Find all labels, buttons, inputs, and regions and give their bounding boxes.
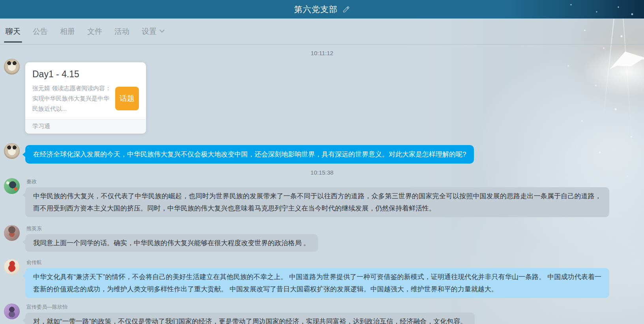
- message-bubble: 中华民族的伟大复兴，不仅代表了中华民族的崛起，也同时为世界民族的发展带来了一条不…: [25, 187, 609, 217]
- tab-settings-label: 设置: [142, 26, 157, 37]
- message-bubble-highlight: 中华文化具有“兼济天下”的情怀，不会将自己的美好生活建立在其他民族的不幸之上。 …: [25, 268, 609, 298]
- tab-activities-label: 活动: [114, 26, 129, 37]
- topic-card-source: 学习通: [25, 119, 146, 134]
- message-bubble: 对，就如“一带一路”的政策，不仅仅是带动了我们国家的经济，更是带动了周边国家的经…: [25, 313, 475, 324]
- chevron-down-icon: [159, 28, 165, 33]
- message-row: 俞传航 中华文化具有“兼济天下”的情怀，不会将自己的美好生活建立在其他民族的不幸…: [4, 259, 640, 298]
- avatar-panda[interactable]: [4, 143, 20, 159]
- tab-settings[interactable]: 设置: [142, 19, 164, 44]
- message-row: 熊英东 我同意上面一个同学的话。确实，中华民族的伟大复兴能够在很大程度改变世界的…: [4, 225, 640, 252]
- message-topic-card-row: Day1 - 4.15 张元婧 领读志愿者阅读内容： 实现中华民族伟大复兴是中华…: [4, 59, 640, 134]
- sender-name: 宣传委员—陈欣怡: [26, 304, 609, 311]
- topic-button[interactable]: 话题: [115, 87, 139, 110]
- tab-announcements-label: 公告: [33, 26, 48, 37]
- tab-files[interactable]: 文件: [87, 19, 102, 44]
- group-tabbar: 聊天 公告 相册 文件 活动 设置: [0, 19, 644, 45]
- tab-activities[interactable]: 活动: [114, 19, 129, 44]
- message-bubble: 我同意上面一个同学的话。确实，中华民族的伟大复兴能够在很大程度改变世界的政治格局…: [25, 234, 318, 252]
- tab-files-label: 文件: [87, 26, 102, 37]
- avatar-panda[interactable]: [4, 59, 20, 74]
- topic-card-title: Day1 - 4.15: [32, 69, 139, 80]
- avatar-xiongyingdong[interactable]: [4, 225, 20, 241]
- header-art-overlay: [391, 0, 644, 19]
- chat-area: 10:11:12 Day1 - 4.15 张元婧 领读志愿者阅读内容： 实现中华…: [0, 50, 644, 324]
- sender-name: 熊英东: [26, 225, 609, 232]
- edit-icon[interactable]: [343, 6, 350, 13]
- group-header: 第六党支部: [0, 0, 644, 19]
- tab-announcements[interactable]: 公告: [33, 19, 48, 44]
- message-row: 宣传委员—陈欣怡 对，就如“一带一路”的政策，不仅仅是带动了我们国家的经济，更是…: [4, 304, 640, 324]
- timestamp: 10:11:12: [4, 50, 640, 56]
- timestamp: 10:15:38: [4, 169, 640, 176]
- sender-name: 秦政: [26, 178, 609, 185]
- message-row: 在经济全球化深入发展的今天，中华民族伟大复兴不仅会极大地改变中国，还会深刻地影响…: [4, 143, 640, 164]
- sender-name: 俞传航: [26, 259, 609, 266]
- tab-chat[interactable]: 聊天: [6, 19, 21, 44]
- tab-albums-label: 相册: [60, 26, 75, 37]
- message-bubble-blue: 在经济全球化深入发展的今天，中华民族伟大复兴不仅会极大地改变中国，还会深刻地影响…: [25, 145, 474, 164]
- avatar-qinzheng[interactable]: [4, 178, 20, 194]
- avatar-yuchuanhang[interactable]: [4, 259, 20, 275]
- tab-albums[interactable]: 相册: [60, 19, 75, 44]
- topic-card-excerpt: 张元婧 领读志愿者阅读内容： 实现中华民族伟大复兴是中华民族近代以...: [32, 83, 111, 114]
- group-title: 第六党支部: [294, 4, 338, 15]
- message-row: 秦政 中华民族的伟大复兴，不仅代表了中华民族的崛起，也同时为世界民族的发展带来了…: [4, 178, 640, 217]
- tab-chat-label: 聊天: [6, 26, 21, 37]
- topic-card[interactable]: Day1 - 4.15 张元婧 领读志愿者阅读内容： 实现中华民族伟大复兴是中华…: [25, 62, 146, 134]
- avatar-chenxinyi[interactable]: [4, 304, 20, 319]
